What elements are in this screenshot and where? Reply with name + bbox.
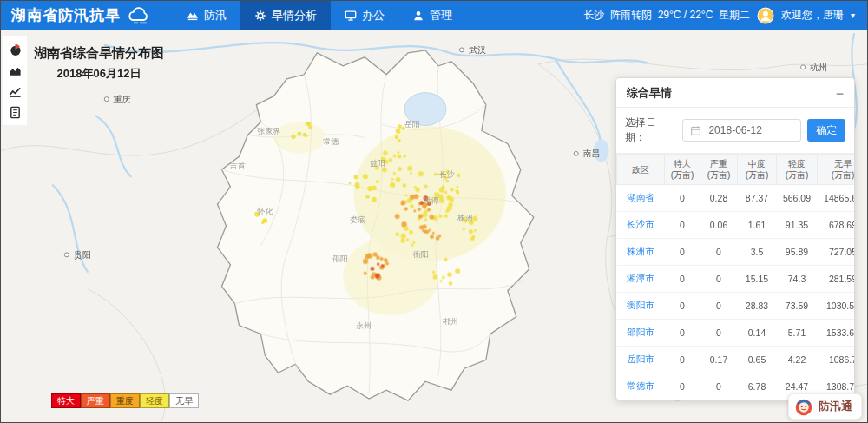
drought-spot [444, 191, 448, 195]
drought-spot [396, 129, 401, 134]
drought-spot [414, 186, 417, 188]
value-cell: 727.05 [818, 239, 855, 266]
drought-spot [390, 182, 395, 188]
caret-down-icon[interactable] [851, 11, 855, 20]
drought-spot [364, 272, 367, 275]
value-cell: 0 [700, 320, 738, 347]
nav-label: 旱情分析 [272, 8, 317, 23]
mascot-icon [792, 395, 815, 418]
drought-spot [382, 167, 387, 172]
drought-spot [432, 232, 435, 235]
value-cell: 1.61 [738, 212, 777, 239]
area-chart-button[interactable] [4, 60, 25, 81]
value-cell: 0 [700, 239, 738, 266]
region-cell[interactable]: 岳阳市 [617, 347, 665, 373]
drought-spot [424, 185, 428, 188]
report-icon [9, 106, 22, 119]
table-row: 湖南省00.2887.37566.0914865.61 [617, 185, 855, 212]
drought-spot [404, 226, 409, 231]
city-marker [104, 97, 108, 102]
drought-spot [404, 194, 407, 196]
line-chart-button[interactable] [4, 81, 25, 102]
map-area: 张家界常德岳阳益阳长沙湘潭株洲娄底怀化邵阳衡阳永州郴州吉首 武汉重庆杭州南昌贵阳… [1, 30, 867, 422]
drought-spot [410, 195, 415, 200]
province-label: 郴州 [442, 318, 458, 327]
region-cell[interactable]: 株洲市 [617, 239, 665, 266]
legend-item: 严重 [81, 393, 110, 408]
nav-item-flood[interactable]: 防汛 [173, 1, 240, 30]
drought-spot [456, 190, 459, 194]
region-cell[interactable]: 湖南省 [617, 185, 665, 212]
legend-item: 特大 [51, 393, 81, 408]
column-header: 政区 [617, 155, 665, 185]
city-label: 贵阳 [74, 250, 91, 260]
province-label: 湘潭 [424, 196, 439, 205]
province-label: 娄底 [350, 215, 365, 224]
drought-spot [397, 151, 399, 154]
value-cell: 0.65 [738, 347, 777, 373]
drought-spot [376, 180, 379, 183]
calendar-icon [690, 125, 701, 136]
value-cell: 87.37 [738, 185, 777, 212]
drought-spot [263, 219, 267, 223]
value-cell: 0 [700, 373, 738, 400]
pie-chart-icon [9, 43, 22, 56]
drought-spot [402, 183, 406, 188]
drought-spot [306, 122, 310, 126]
drought-spot [376, 255, 380, 260]
value-cell: 0 [665, 239, 700, 266]
drought-table: 政区特大(万亩)严重(万亩)中度(万亩)轻度(万亩)无旱(万亩)湖南省00.28… [616, 154, 854, 400]
pie-chart-button[interactable] [4, 39, 25, 60]
nav-item-drought-analysis[interactable]: 旱情分析 [240, 1, 331, 30]
region-cell[interactable]: 常德市 [617, 373, 665, 400]
brand[interactable]: 湖南省防汛抗旱 [1, 5, 173, 25]
table-row: 邵阳市000.145.711533.66 [617, 320, 855, 347]
fangxuntong-button[interactable]: 防汛通 [788, 393, 862, 420]
table-row: 衡阳市0028.8373.591030.58 [617, 293, 855, 320]
confirm-button[interactable]: 确定 [807, 119, 845, 142]
city-label: 南昌 [583, 149, 601, 158]
nav-label: 办公 [362, 8, 385, 23]
region-cell[interactable]: 邵阳市 [617, 320, 665, 347]
value-cell: 28.83 [738, 293, 777, 320]
drought-spot [411, 244, 414, 247]
table-header-row: 政区特大(万亩)严重(万亩)中度(万亩)轻度(万亩)无旱(万亩) [617, 155, 855, 185]
column-header: 中度(万亩) [738, 155, 777, 185]
table-row: 株洲市003.595.89727.05 [617, 239, 855, 266]
flood-icon [187, 10, 199, 22]
province-label: 岳阳 [404, 121, 420, 129]
drought-spot [381, 264, 384, 267]
province-label: 邵阳 [332, 254, 348, 263]
drought-spot [353, 175, 358, 179]
drought-spot [299, 131, 301, 134]
value-cell: 0 [665, 320, 700, 347]
region-cell[interactable]: 衡阳市 [617, 293, 665, 320]
nav-item-office[interactable]: 办公 [331, 1, 398, 30]
table-row: 长沙市00.061.6191.35678.69 [617, 212, 855, 239]
drought-legend: 特大严重重度轻度无旱 [51, 393, 199, 408]
value-cell: 678.69 [818, 212, 855, 239]
date-input[interactable]: 2018-06-12 [682, 119, 801, 142]
collapse-panel-button[interactable] [836, 87, 844, 100]
region-cell[interactable]: 长沙市 [617, 212, 665, 239]
drought-spot [393, 172, 396, 175]
welcome-user[interactable]: 欢迎您，唐珊 [781, 8, 844, 23]
user-avatar[interactable] [757, 7, 774, 24]
value-cell: 0 [665, 212, 700, 239]
value-cell: 15.15 [738, 266, 777, 293]
nav-label: 管理 [430, 8, 452, 23]
drought-summary-panel: 综合旱情 选择日期： 2018-06-12 确定 政区特大(万亩)严重(万亩)中… [615, 77, 855, 400]
column-header: 特大(万亩) [665, 155, 700, 185]
legend-item: 无旱 [169, 393, 199, 408]
region-cell[interactable]: 湘潭市 [617, 266, 665, 293]
value-cell: 14865.61 [818, 185, 855, 212]
nav-item-management[interactable]: 管理 [398, 1, 466, 30]
drought-spot [404, 207, 407, 210]
drought-spot [474, 229, 477, 232]
report-button[interactable] [4, 102, 25, 122]
drought-table-wrap[interactable]: 政区特大(万亩)严重(万亩)中度(万亩)轻度(万亩)无旱(万亩)湖南省00.28… [616, 153, 854, 400]
province-label: 长沙 [439, 170, 455, 179]
drought-spot [398, 139, 400, 142]
drought-spot [412, 241, 415, 244]
drought-spot [383, 150, 387, 155]
